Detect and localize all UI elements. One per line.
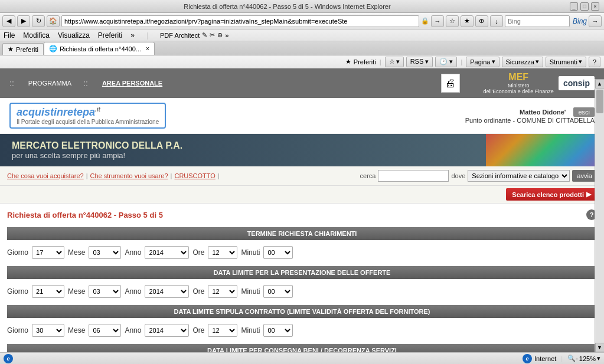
tab-preferiti[interactable]: ★ Preferiti: [2, 43, 44, 55]
address-bar[interactable]: [61, 15, 419, 27]
pdf-architect-toolbar: PDF Architect ✎ ✂ ⊕ »: [160, 31, 228, 39]
addon-btn2[interactable]: ★: [461, 15, 474, 27]
pdf-icon2[interactable]: ✂: [210, 31, 215, 39]
addon-btn3[interactable]: ⊕: [475, 15, 488, 27]
anno-select-2[interactable]: 2014: [145, 285, 189, 298]
window-controls[interactable]: _ □ ×: [570, 2, 599, 11]
nav-links: Che cosa vuoi acquistare? | Che strument…: [7, 172, 220, 179]
pdf-icon1[interactable]: ✎: [202, 31, 207, 39]
nav-strumento[interactable]: Che strumento vuoi usare?: [90, 172, 168, 179]
nav-cruscotto[interactable]: CRUSCOTTO: [174, 172, 215, 179]
menu-more[interactable]: »: [130, 31, 135, 40]
help-btn[interactable]: ?: [589, 57, 600, 67]
banner-image: [486, 134, 604, 166]
menu-preferiti[interactable]: Preferiti: [98, 31, 122, 40]
ore-select-2[interactable]: 12: [208, 285, 237, 298]
header-right: 🖨 MEF Ministerodell'Economia e delle Fin…: [441, 72, 595, 94]
menu-modifica[interactable]: Modifica: [23, 31, 50, 40]
ie-toolbar: ★ Preferiti | ☆ ▾ RSS ▾ 🕑 ▾ | Pagina ▾ S…: [0, 55, 604, 68]
sicurezza-label: Sicurezza: [506, 58, 534, 65]
tab-close-btn[interactable]: ×: [146, 45, 149, 52]
favorites-label[interactable]: Preferiti: [354, 58, 376, 65]
cerca-label: cerca: [360, 172, 376, 179]
nav-sep3: |: [218, 172, 220, 179]
search-where-select[interactable]: Sezioni informative e catalogo: [468, 170, 570, 182]
mese-label-3: Mese: [68, 326, 85, 335]
maximize-btn[interactable]: □: [580, 2, 589, 11]
giorno-label-1: Giorno: [7, 248, 28, 257]
anno-select-3[interactable]: 2014: [145, 324, 189, 337]
search-section: Che cosa vuoi acquistare? | Che strument…: [0, 166, 604, 186]
acquistinretepa-logo: acquistinretepa.it Il Portale degli acqu…: [9, 103, 166, 129]
mef-abbreviation: MEF: [508, 72, 528, 82]
logo-section: acquistinretepa.it Il Portale degli acqu…: [0, 98, 604, 134]
nav-acquistare[interactable]: Che cosa vuoi acquistare?: [7, 172, 84, 179]
form-row-2: Giorno 21 Mese 03 Anno 2014 Ore 12 Minut…: [7, 283, 597, 300]
banner: MERCATO ELETTRONICO DELLA P.A. per una s…: [0, 134, 604, 166]
mese-select-1[interactable]: 03: [89, 246, 121, 259]
user-name: Matteo Didone': [520, 109, 566, 116]
giorno-label-2: Giorno: [7, 287, 28, 296]
strumenti-btn[interactable]: Strumenti ▾: [546, 57, 586, 67]
mese-label-1: Mese: [68, 248, 85, 257]
mef-logo: MEF Ministerodell'Economia e delle Finan…: [484, 72, 595, 94]
menu-file[interactable]: File: [4, 31, 15, 40]
add-fav-dropdown[interactable]: ▾: [396, 58, 400, 65]
tab-offerta[interactable]: 🌐 Richiesta di offerta n°4400... ×: [44, 42, 155, 55]
addon-btn1[interactable]: ☆: [446, 15, 459, 27]
minuti-select-1[interactable]: 00: [263, 246, 293, 259]
nav-dots2: ::: [83, 78, 88, 88]
pdf-icon3[interactable]: ⊕: [217, 31, 223, 39]
bing-search[interactable]: [505, 15, 570, 27]
scrollbar[interactable]: ▲ ▼: [595, 79, 604, 352]
ore-label-3: Ore: [192, 326, 204, 335]
giorno-select-1[interactable]: 17: [32, 246, 64, 259]
avvia-button[interactable]: avvia: [572, 170, 597, 182]
scroll-thumb[interactable]: [596, 90, 603, 113]
mese-select-3[interactable]: 06: [89, 324, 121, 337]
history-btn[interactable]: 🕑 ▾: [435, 57, 457, 67]
search-btn[interactable]: →: [589, 15, 602, 27]
addon-btn4[interactable]: ↓: [490, 15, 503, 27]
star-icon: ★: [8, 45, 14, 53]
nav-dots1: ::: [9, 78, 14, 88]
scroll-down-btn[interactable]: ▼: [595, 343, 605, 352]
anno-select-1[interactable]: 2014: [145, 246, 189, 259]
pagina-btn[interactable]: Pagina ▾: [466, 57, 499, 67]
consip-logo-box: consip: [559, 76, 595, 90]
home-btn[interactable]: 🏠: [47, 15, 60, 27]
search-input[interactable]: [378, 170, 449, 182]
mese-select-2[interactable]: 03: [89, 285, 121, 298]
scroll-up-btn[interactable]: ▲: [595, 79, 605, 88]
zoom-dropdown-btn[interactable]: ▾: [597, 355, 600, 362]
back-btn[interactable]: ◀: [2, 15, 15, 27]
minuti-label-3: Minuti: [241, 326, 260, 335]
banner-subtitle: per una scelta sempre più ampia!: [12, 151, 182, 160]
zoom-value[interactable]: 125%: [579, 355, 596, 362]
form-title-text: Richiesta di offerta n°440062 - Passo 5 …: [7, 211, 163, 219]
ore-select-3[interactable]: 12: [208, 324, 237, 337]
scarica-button[interactable]: Scarica elenco prodotti ▶: [506, 188, 597, 201]
esci-button[interactable]: esci: [573, 107, 595, 117]
minuti-select-2[interactable]: 00: [263, 285, 293, 298]
giorno-select-3[interactable]: 30: [32, 324, 64, 337]
rss-btn[interactable]: RSS ▾: [406, 57, 433, 67]
ore-select-1[interactable]: 12: [208, 246, 237, 259]
print-icon[interactable]: 🖨: [441, 74, 460, 93]
forward-btn[interactable]: ▶: [17, 15, 30, 27]
go-btn[interactable]: →: [431, 15, 444, 27]
minimize-btn[interactable]: _: [570, 2, 578, 11]
nav-area-personale[interactable]: AREA PERSONALE: [102, 80, 162, 87]
refresh-btn[interactable]: ↻: [32, 15, 45, 27]
nav-programma[interactable]: PROGRAMMA: [28, 80, 71, 87]
minuti-label-2: Minuti: [241, 287, 260, 296]
add-favorites-btn[interactable]: ☆ ▾: [385, 57, 404, 67]
toolbar-sep2: |: [461, 58, 462, 65]
minuti-select-3[interactable]: 00: [263, 324, 293, 337]
banner-text: MERCATO ELETTRONICO DELLA P.A. per una s…: [0, 140, 194, 160]
menu-visualizza[interactable]: Visualizza: [58, 31, 90, 40]
close-btn[interactable]: ×: [591, 2, 599, 11]
giorno-select-2[interactable]: 21: [32, 285, 64, 298]
sicurezza-btn[interactable]: Sicurezza ▾: [502, 57, 543, 67]
zoom-decrease-btn[interactable]: 🔍-: [567, 355, 578, 362]
